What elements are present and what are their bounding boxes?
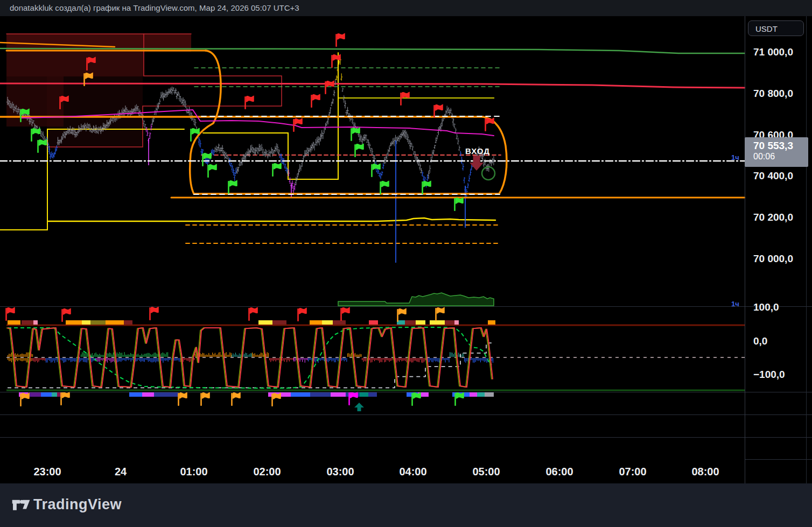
tradingview-chart-snapshot: donatakkluk создал(а) график на TradingV… (0, 0, 812, 527)
orange-flag-icon (178, 392, 187, 406)
indicator-axis-label: 0,0 (745, 335, 812, 347)
pane-separator-2[interactable] (0, 392, 812, 392)
entry-circle-marker (482, 167, 495, 180)
time-axis-label: 04:00 (399, 466, 426, 478)
red-flag-icon (149, 307, 159, 320)
pane-separator-3 (0, 414, 812, 415)
entry-annotations (470, 156, 495, 180)
indicator-axis-label: 100,0 (745, 301, 812, 313)
tradingview-logo-icon[interactable] (12, 496, 30, 515)
chart-canvas[interactable] (0, 16, 812, 483)
green-flag-icon (454, 392, 464, 406)
red-flag-icon (248, 307, 258, 321)
indicator-axis-label: −100,0 (745, 369, 812, 381)
green-flag-icon (411, 392, 421, 406)
green-flag-icon (207, 164, 217, 178)
price-axis-label: 70 200,0 (745, 212, 812, 223)
orange-flag-icon (435, 307, 445, 321)
interval-badge-pane-bottom: 1ч (731, 300, 739, 308)
red-flag-icon (335, 33, 345, 47)
pane-separator-1[interactable] (0, 306, 812, 307)
time-axis-label: 05:00 (472, 466, 500, 478)
green-flag-icon (380, 181, 389, 194)
currency-button[interactable]: USDT (748, 20, 804, 36)
red-flag-icon (325, 81, 334, 94)
current-price-tag: 70 553,3 00:06 (745, 137, 808, 167)
red-flag-icon (61, 308, 71, 322)
price-axis-label: 70 000,0 (745, 253, 812, 265)
orange-flag-icon (200, 392, 210, 406)
green-flag-icon (31, 128, 40, 142)
time-axis-label: 01:00 (180, 466, 207, 478)
pane-separator-4 (0, 437, 812, 438)
time-axis-label: 24 (115, 466, 127, 478)
red-flag-icon (311, 94, 320, 108)
attribution-bar: donatakkluk создал(а) график на TradingV… (0, 0, 812, 16)
bottom-bar: TradingView (0, 483, 812, 527)
interval-badge-price-line: 1ч (731, 153, 739, 161)
red-flag-icon (5, 307, 15, 321)
bar-countdown: 00:06 (753, 152, 808, 161)
green-flag-icon (37, 139, 47, 153)
price-axis[interactable]: USDT 71 000,070 800,070 600,070 400,070 … (745, 16, 812, 483)
time-axis[interactable]: 23:002401:0002:0003:0004:0005:0006:0007:… (0, 459, 745, 483)
time-axis-label: 07:00 (619, 466, 646, 478)
current-price-value: 70 553,3 (753, 140, 808, 152)
oscillator-pane (6, 320, 745, 397)
green-flag-icon (228, 180, 237, 194)
orange-flag-icon (231, 392, 241, 406)
price-axis-label: 70 400,0 (745, 170, 812, 182)
magenta-flag-icon (348, 392, 358, 405)
orange-flag-icon (397, 308, 407, 322)
time-axis-label: 23:00 (33, 466, 61, 478)
red-flag-icon (331, 54, 341, 68)
red-flag-icon (340, 307, 350, 321)
price-axis-label: 70 800,0 (745, 88, 812, 100)
time-axis-label: 06:00 (545, 466, 573, 478)
time-axis-label: 03:00 (326, 466, 354, 478)
time-axis-label: 02:00 (253, 466, 281, 478)
time-axis-label: 08:00 (691, 466, 719, 478)
green-flag-icon (454, 198, 464, 211)
teal-arrow-up-icon (354, 403, 364, 411)
red-flag-icon (485, 118, 494, 131)
volume-profile-hill (338, 293, 494, 306)
entry-annotation-label: ВХОД (465, 146, 490, 156)
tradingview-logo-text[interactable]: TradingView (33, 496, 122, 513)
price-axis-label: 71 000,0 (745, 46, 812, 58)
red-flag-icon (400, 92, 410, 106)
red-flag-icon (297, 308, 307, 321)
orange-flag-icon (60, 392, 70, 405)
red-flag-icon (244, 96, 254, 109)
green-flag-icon (371, 164, 381, 177)
orange-flag-icon (271, 393, 281, 406)
green-flag-icon (272, 163, 282, 177)
attribution-text: donatakkluk создал(а) график на TradingV… (10, 3, 299, 12)
orange-flag-icon (20, 393, 30, 406)
